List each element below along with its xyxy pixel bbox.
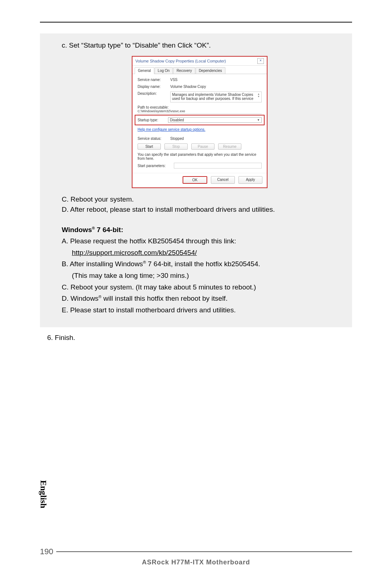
service-status-label: Service status: xyxy=(138,137,170,141)
start-button[interactable]: Start xyxy=(138,143,161,150)
tab-strip: General Log On Recovery Dependencies xyxy=(132,66,267,74)
dialog-footer: OK Cancel Apply xyxy=(132,173,267,187)
description-label: Description: xyxy=(138,92,170,96)
ok-button[interactable]: OK xyxy=(183,176,207,184)
apply-button[interactable]: Apply xyxy=(238,176,262,184)
tab-general[interactable]: General xyxy=(135,67,154,74)
top-rule xyxy=(40,22,352,23)
display-name-label: Display name: xyxy=(138,85,170,89)
service-control-buttons: Start Stop Pause Resume xyxy=(138,143,262,150)
win7-step-b: B. After installing Windows® 7 64-bit, i… xyxy=(62,259,338,269)
description-box: Manages and implements Volume Shadow Cop… xyxy=(170,92,262,102)
start-params-input[interactable] xyxy=(174,163,262,169)
service-name-label: Service name: xyxy=(138,78,170,82)
service-name-value: VSS xyxy=(170,78,262,82)
pause-button[interactable]: Pause xyxy=(191,143,215,150)
resume-button[interactable]: Resume xyxy=(218,143,241,150)
win7-step-e: E. Please start to install motherboard d… xyxy=(62,305,338,315)
properties-dialog: Volume Shadow Copy Properties (Local Com… xyxy=(132,56,268,188)
stop-button[interactable]: Stop xyxy=(164,143,188,150)
win7-step-a: A. Please request the hotfix KB2505454 t… xyxy=(62,236,338,246)
tab-logon[interactable]: Log On xyxy=(155,67,173,74)
chevron-down-icon: ▼ xyxy=(257,118,260,122)
win7-step-d: D. Windows® will install this hotfix the… xyxy=(62,293,338,304)
start-params-note: You can specify the start parameters tha… xyxy=(138,153,262,161)
display-name-value: Volume Shadow Copy xyxy=(170,85,262,89)
dialog-body: Service name: VSS Display name: Volume S… xyxy=(132,74,267,173)
startup-type-select[interactable]: Disabled ▼ xyxy=(168,117,262,123)
page-number: 190 xyxy=(40,547,53,556)
document-page: c. Set “Startup type” to “Disable” then … xyxy=(0,0,392,588)
start-params-label: Start parameters: xyxy=(138,164,174,168)
win7-step-c: C. Reboot your system. (It may take abou… xyxy=(62,282,338,292)
dialog-titlebar: Volume Shadow Copy Properties (Local Com… xyxy=(132,57,267,66)
footer-title: ASRock H77M-ITX Motherboard xyxy=(40,559,352,566)
tab-dependencies[interactable]: Dependencies xyxy=(196,67,225,74)
step-d-install: D. After reboot, please start to install… xyxy=(62,206,338,214)
footer-rule xyxy=(56,551,352,552)
tab-recovery[interactable]: Recovery xyxy=(173,67,195,74)
dialog-title-text: Volume Shadow Copy Properties (Local Com… xyxy=(135,59,226,63)
help-link[interactable]: Help me configure service startup option… xyxy=(138,127,205,131)
step-c-reboot: C. Reboot your system. xyxy=(62,195,338,203)
post-screenshot-steps: C. Reboot your system. D. After reboot, … xyxy=(62,195,338,214)
scroll-arrows-icon[interactable]: ▲▼ xyxy=(257,93,260,98)
finish-step: 6. Finish. xyxy=(40,334,352,342)
kb-link[interactable]: http://support.microsoft.com/kb/2505454/ xyxy=(72,249,197,256)
language-tab: English xyxy=(38,480,48,508)
page-footer: 190 ASRock H77M-ITX Motherboard xyxy=(40,547,352,566)
path-value: C:\Windows\system32\vssvc.exe xyxy=(138,109,262,114)
startup-type-label: Startup type: xyxy=(138,118,168,122)
step-c-heading: c. Set “Startup type” to “Disable” then … xyxy=(62,41,338,49)
screenshot-container: Volume Shadow Copy Properties (Local Com… xyxy=(62,56,338,188)
path-label: Path to executable: xyxy=(138,105,262,109)
win7-step-b-note: (This may take a long time; >30 mins.) xyxy=(62,271,338,281)
cancel-button[interactable]: Cancel xyxy=(211,176,235,184)
win7-heading: Windows® 7 64-bit: xyxy=(62,226,338,234)
startup-type-value: Disabled xyxy=(170,118,184,122)
instruction-box: c. Set “Startup type” to “Disable” then … xyxy=(40,33,352,327)
description-text: Manages and implements Volume Shadow Cop… xyxy=(172,93,256,101)
win7-step-a-link-line: http://support.microsoft.com/kb/2505454/ xyxy=(62,248,338,258)
close-icon[interactable]: × xyxy=(257,58,264,64)
startup-type-row: Startup type: Disabled ▼ xyxy=(135,115,265,125)
service-status-value: Stopped xyxy=(170,137,262,141)
